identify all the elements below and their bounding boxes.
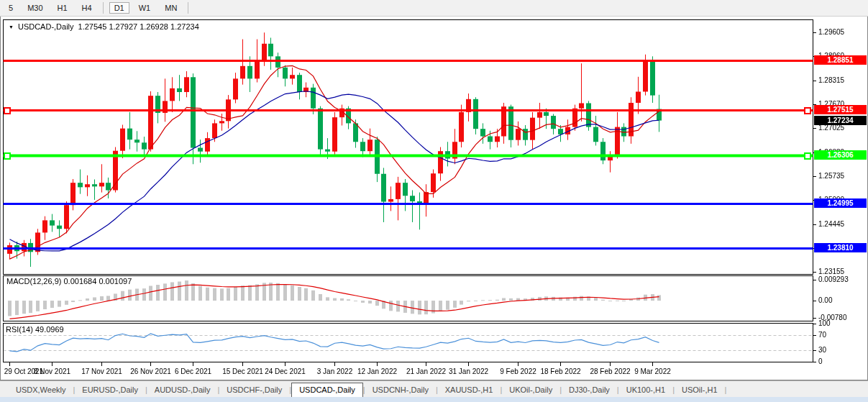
timeframe-button-D1[interactable]: D1 xyxy=(109,2,129,14)
tab-separator: | xyxy=(725,385,727,394)
timeframe-button-MN[interactable]: MN xyxy=(160,2,182,14)
timeframe-button-W1[interactable]: W1 xyxy=(134,2,156,14)
line-handle[interactable] xyxy=(4,107,11,114)
date-axis-label: 31 Jan 2022 xyxy=(446,367,492,375)
price-axis-label: 1.29605 xyxy=(818,28,844,36)
price-axis-label: 1.28315 xyxy=(818,76,844,84)
price-tag: 1.26306 xyxy=(814,150,867,160)
chart-tab-usdx-weekly[interactable]: USDX,Weekly xyxy=(9,383,73,396)
chart-dropdown-icon[interactable]: ▼ xyxy=(9,24,14,29)
rsi-axis-label: 0 xyxy=(818,357,823,365)
line-handle[interactable] xyxy=(804,107,811,114)
rsi-axis-label: 30 xyxy=(818,346,826,354)
date-axis-label: 18 Feb 2022 xyxy=(538,367,584,375)
date-axis-label: 8 Nov 2021 xyxy=(29,367,76,375)
chart-title: ▼ USDCAD-,Daily 1.27545 1.27927 1.26928 … xyxy=(9,22,199,31)
price-axis-label: 1.25735 xyxy=(818,172,844,180)
rsi-axis-label: 70 xyxy=(818,331,826,339)
chart-tab-usdcnh-daily[interactable]: USDCNH-,Daily xyxy=(365,383,436,396)
date-axis-label: 15 Dec 2021 xyxy=(220,367,266,375)
rsi-indicator-label: RSI(14) 49.0969 xyxy=(6,325,64,334)
timeframe-button-H1[interactable]: H1 xyxy=(52,2,73,14)
price-axis-label: 1.24445 xyxy=(818,220,844,228)
timeframe-button-5[interactable]: 5 xyxy=(4,2,18,14)
chart-tab-xauusd-h1[interactable]: XAUUSD-,H1 xyxy=(438,383,501,396)
macd-indicator-label: MACD(12,26,9) 0.001684 0.001097 xyxy=(6,277,132,285)
macd-axis-label: 0.00 xyxy=(818,296,832,304)
chart-tab-dj30-daily[interactable]: DJ30-,Daily xyxy=(562,383,617,396)
chart-tab-ukoil-daily[interactable]: UKOil-,Daily xyxy=(502,383,559,396)
chart-tab-bar: USDX,Weekly|EURUSD-,Daily|AUDUSD-,Daily|… xyxy=(0,380,868,398)
current-price-tag: 1.27234 xyxy=(814,116,867,125)
price-tag: 1.27515 xyxy=(814,105,867,114)
chart-tab-usdchf-daily[interactable]: USDCHF-,Daily xyxy=(219,383,289,396)
date-axis-label: 17 Nov 2021 xyxy=(79,367,125,375)
date-axis-label: 3 Jan 2022 xyxy=(312,367,358,375)
timeframe-button-H4[interactable]: H4 xyxy=(77,2,97,14)
chart-tab-audusd-daily[interactable]: AUDUSD-,Daily xyxy=(147,383,218,396)
chart-symbol-label: USDCAD-,Daily xyxy=(18,22,74,31)
timeframe-toolbar: 5M30H1H4D1W1MN xyxy=(0,0,868,17)
date-axis-label: 9 Feb 2022 xyxy=(495,367,542,375)
mt4-window: 5M30H1H4D1W1MN ▼ USDCAD-,Daily 1.27545 1… xyxy=(0,0,868,402)
date-axis-label: 21 Jan 2022 xyxy=(403,367,449,375)
line-handle[interactable] xyxy=(4,152,11,160)
chart-ohlc-values: 1.27545 1.27927 1.26928 1.27234 xyxy=(78,22,199,31)
price-tag: 1.28851 xyxy=(814,55,867,65)
date-axis-label: 28 Feb 2022 xyxy=(588,367,634,375)
price-tag: 1.23810 xyxy=(814,243,867,252)
price-tag: 1.24995 xyxy=(814,198,867,208)
status-strip xyxy=(0,397,868,402)
timeframe-button-M30[interactable]: M30 xyxy=(22,2,47,14)
date-axis-label: 12 Jan 2022 xyxy=(355,367,401,375)
date-axis-label: 26 Nov 2021 xyxy=(128,367,174,375)
chart-canvas[interactable] xyxy=(0,0,868,402)
chart-tab-usoil-h1[interactable]: USOil-,H1 xyxy=(675,383,725,396)
macd-axis-label: 0.009293 xyxy=(818,275,849,283)
rsi-axis-label: 100 xyxy=(818,319,831,327)
line-handle[interactable] xyxy=(804,152,811,160)
chart-tab-eurusd-daily[interactable]: EURUSD-,Daily xyxy=(75,383,145,396)
price-axis-label: 1.23155 xyxy=(818,268,844,275)
chart-tab-uk100-h1[interactable]: UK100-,H1 xyxy=(619,383,672,396)
date-axis-label: 9 Mar 2022 xyxy=(630,367,676,375)
date-axis-label: 24 Dec 2021 xyxy=(262,367,309,375)
toolbar-divider xyxy=(188,2,188,14)
chart-tab-usdcad-daily[interactable]: USDCAD-,Daily xyxy=(291,383,363,398)
date-axis-label: 6 Dec 2021 xyxy=(170,367,216,375)
toolbar-divider xyxy=(103,2,104,14)
